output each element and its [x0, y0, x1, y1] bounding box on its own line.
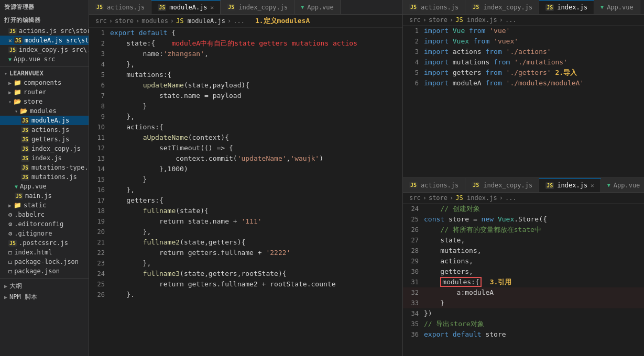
tab-actions-js-left[interactable]: JS actions.js [89, 0, 151, 14]
tree-item-learnvuex[interactable]: ▾ LEARNVUEX [0, 69, 89, 78]
js-icon: JS [21, 127, 29, 134]
close-tab-icon[interactable]: ✕ [211, 4, 214, 11]
tree-item-babelrc[interactable]: ⚙ .babelrc [0, 210, 89, 219]
main-panels: JS actions.js JS moduleA.js ✕ JS index_c… [89, 0, 644, 356]
tree-label: mutations.js [31, 173, 77, 181]
code-line: 33 } [403, 298, 644, 308]
file-icon: ⚙ [8, 230, 12, 237]
tree-item-actions-js[interactable]: JS actions.js [0, 125, 89, 135]
tree-label: .gitignore [14, 230, 52, 237]
open-editor-app-vue[interactable]: ▼ App.vue src [0, 54, 89, 64]
bc-sep: › [499, 194, 503, 202]
tree-item-editorconfig[interactable]: ⚙ .editorconfig [0, 219, 89, 229]
file-icon: ⚙ [8, 220, 12, 228]
vue-icon: ▼ [607, 182, 610, 188]
tree-item-index-html[interactable]: ◻ index.html [0, 248, 89, 257]
close-tab-icon[interactable]: ✕ [591, 182, 594, 189]
tab-actions-js-right-bottom[interactable]: JS actions.js [403, 178, 465, 192]
tree-item-app-vue[interactable]: ▼ App.vue [0, 182, 89, 191]
code-line: 2 state:{ moduleA中有自己的state getters muta… [89, 38, 402, 49]
js-icon: JS [21, 174, 29, 181]
tree-item-router[interactable]: ▶ 📁 router [0, 87, 89, 97]
tab-index-js-right-bottom[interactable]: JS index.js ✕ [539, 178, 601, 192]
bc-more: ... [505, 16, 517, 24]
expand-arrow: ▾ [4, 71, 7, 76]
annotation-1: 1.定义modulesA [255, 16, 310, 26]
tab-index-js-right-top[interactable]: JS index.js [539, 0, 594, 14]
outline-section[interactable]: ▶ 大纲 [0, 281, 89, 292]
js-icon: JS [21, 164, 29, 171]
tree-item-static[interactable]: ▶ 📁 static [0, 201, 89, 210]
code-line: 23 }, [89, 258, 402, 269]
js-icon: JS [227, 4, 235, 10]
tree-label: modules [30, 107, 57, 115]
npm-scripts-section[interactable]: ▶ NPM 脚本 [0, 292, 89, 303]
tree-item-getters-js[interactable]: JS getters.js [0, 135, 89, 144]
code-line: 1 import Vue from 'vue' [403, 26, 644, 36]
tree-item-main-js[interactable]: JS main.js [0, 191, 89, 201]
expand-arrow: ▶ [8, 90, 12, 95]
right-top-code-editor[interactable]: 1 import Vue from 'vue' 2 import Vuex fr… [403, 26, 644, 177]
tree-item-package-json[interactable]: ◻ package.json [0, 266, 89, 276]
vue-icon: ▼ [15, 184, 18, 190]
bc-file: JS index.js [455, 16, 497, 24]
tree-item-index-js[interactable]: JS index.js [0, 153, 89, 163]
tree-item-store[interactable]: ▾ 📂 store [0, 97, 89, 106]
tree-item-components[interactable]: ▶ 📁 components [0, 78, 89, 87]
open-editor-index-copy[interactable]: JS index_copy.js src\... [0, 45, 89, 54]
tab-index-copy-right-bottom[interactable]: JS index_copy.js [465, 178, 539, 192]
tree-item-modules[interactable]: ▾ 📂 modules [0, 106, 89, 116]
tree-item-mutations-js[interactable]: JS mutations.js [0, 172, 89, 182]
code-line: 36 export default store [403, 329, 644, 340]
bc-src: src [409, 16, 421, 24]
tree-item-mutations-type-js[interactable]: JS mutations-type.js [0, 163, 89, 172]
tree-item-postcssrc[interactable]: JS .postcssrc.js [0, 238, 89, 248]
tree-label: index_copy.js [31, 145, 81, 152]
code-line: 5 import getters from './getters' 2.导入 [403, 68, 644, 78]
right-panel-bottom: JS actions.js JS index_copy.js JS index.… [403, 178, 644, 356]
section-title-open-editors: 打开的编辑器 [0, 13, 89, 26]
sidebar: 资源管理器 打开的编辑器 JS actions.js src\store ✕ J… [0, 0, 89, 356]
tree-label: components [24, 79, 61, 86]
tab-modulea-js-left[interactable]: JS moduleA.js ✕ [151, 0, 221, 14]
code-line: 4 }, [89, 59, 402, 70]
open-editor-actions[interactable]: JS actions.js src\store [0, 26, 89, 36]
js-icon: JS [15, 193, 23, 199]
tree-label: .editorconfig [14, 220, 63, 228]
breadcrumb-right-bottom: src › store › JS index.js › ... [403, 193, 644, 204]
code-line: 8 } [89, 101, 402, 112]
tab-label: App.vue [607, 4, 634, 11]
tree-item-package-lock[interactable]: ◻ package-lock.json [0, 257, 89, 266]
tree-item-gitignore[interactable]: ⚙ .gitignore [0, 229, 89, 238]
js-icon: JS [8, 47, 17, 53]
code-line: 27 state, [403, 235, 644, 246]
tab-app-vue-right-top[interactable]: ▼ App.vue [594, 0, 640, 14]
js-icon: JS [21, 146, 29, 152]
right-bottom-code-editor[interactable]: 24 // 创建对象 25 const store = new Vuex.Sto… [403, 204, 644, 356]
bc-sep: › [499, 16, 503, 24]
tab-index-copy-right-top[interactable]: JS index_copy.js [465, 0, 539, 14]
code-line: 14 },1000) [89, 164, 402, 174]
open-editor-modulea[interactable]: ✕ JS moduleA.js src\stor... [0, 36, 89, 45]
tree-label: LEARNVUEX [9, 70, 43, 77]
right-top-tabs-bar: JS actions.js JS index_copy.js JS index.… [403, 0, 644, 15]
tab-actions-js-right-top[interactable]: JS actions.js [403, 0, 465, 14]
expand-arrow: ▶ [8, 203, 12, 208]
breadcrumb-modules: modules [141, 17, 168, 25]
code-line: 31 modules:{3.引用 [403, 277, 644, 287]
breadcrumb-sep: › [136, 17, 139, 25]
tree-label: getters.js [31, 136, 69, 143]
left-tabs-bar: JS actions.js JS moduleA.js ✕ JS index_c… [89, 0, 402, 15]
tab-app-vue-right-bottom[interactable]: ▼ App.vue [601, 178, 644, 192]
tree-item-index-copy-js[interactable]: JS index_copy.js [0, 144, 89, 153]
tab-label: App.vue [307, 4, 334, 11]
left-code-editor[interactable]: 1 export default { 2 state:{ moduleA中有自己… [89, 28, 402, 356]
tree-item-modulea-js[interactable]: JS moduleA.js [0, 116, 89, 125]
tree-label: .postcssrc.js [19, 239, 68, 247]
tab-app-vue-left[interactable]: ▼ App.vue [294, 0, 341, 14]
vue-icon: ▼ [8, 57, 12, 62]
section-label: 大纲 [9, 282, 22, 291]
right-panel: JS actions.js JS index_copy.js JS index.… [403, 0, 644, 356]
tab-index-copy-left[interactable]: JS index_copy.js [221, 0, 294, 14]
breadcrumb-sep: › [227, 17, 231, 25]
